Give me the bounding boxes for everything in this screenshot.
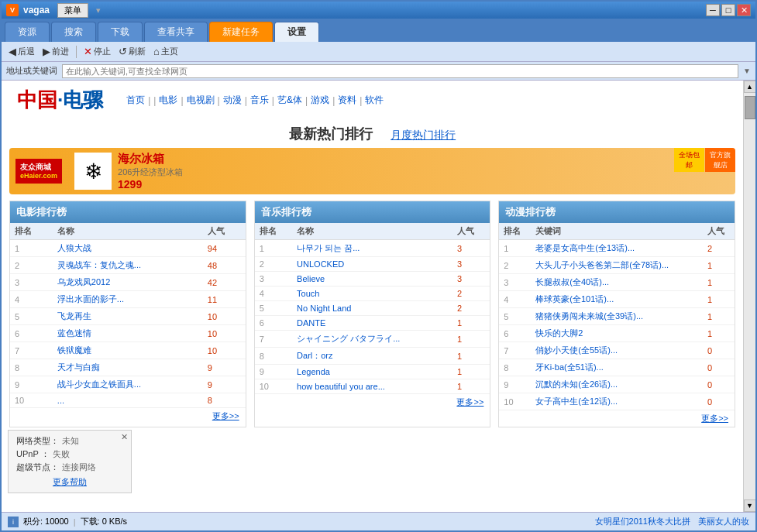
- music-link[interactable]: 나무가 되는 꿈...: [297, 243, 360, 252]
- table-row: 4Touch2: [255, 287, 490, 301]
- table-row: 7俏妙小天使(全55话)...0: [499, 342, 735, 359]
- music-link[interactable]: Touch: [297, 289, 319, 298]
- movie-link[interactable]: ...: [57, 396, 64, 405]
- address-dropdown-icon[interactable]: ▼: [743, 67, 751, 75]
- music-more: 更多>>: [255, 394, 490, 410]
- anime-link[interactable]: 长腿叔叔(全40话)...: [535, 277, 609, 287]
- movie-link[interactable]: 灵魂战车：复仇之魂...: [57, 260, 141, 269]
- app-title: vagaa: [23, 5, 50, 15]
- monthly-ranking-link[interactable]: 月度热门排行: [391, 129, 456, 141]
- music-col-hot: 人气: [452, 223, 490, 240]
- anime-more: 更多>>: [499, 410, 735, 427]
- browser-toolbar: ◀ 后退 ▶ 前进 ✕ 停止 ↺ 刷新 ⌂ 主页: [2, 42, 755, 62]
- movie-more-link[interactable]: 更多>>: [212, 411, 239, 420]
- nav-home[interactable]: 首页: [126, 94, 145, 107]
- anime-link[interactable]: 俏妙小天使(全55话)...: [535, 345, 618, 355]
- table-row: 10...8: [10, 393, 246, 408]
- music-link[interactable]: シャイニング バタフライ...: [297, 334, 400, 343]
- status-left: i 积分: 10000 | 下载: 0 KB/s: [8, 516, 127, 527]
- stop-button[interactable]: ✕ 停止: [81, 45, 113, 58]
- close-button[interactable]: ✕: [737, 4, 751, 16]
- movie-ranking-table: 排名 名称 人气 1人狼大战94 2灵魂战车：复仇之魂...48 3乌龙戏凤20…: [10, 223, 246, 408]
- banner-logo: 友众商城 eHaier.com: [15, 159, 62, 184]
- forward-button[interactable]: ▶ 前进: [40, 45, 71, 58]
- scrollbar-right[interactable]: ▲ ▼: [743, 81, 755, 512]
- nav-games[interactable]: 游戏: [311, 94, 329, 107]
- banner-product-name: 海尔冰箱: [118, 152, 183, 166]
- music-link[interactable]: how beautiful you are...: [297, 382, 385, 391]
- anime-link[interactable]: 女子高中生(全12话)...: [535, 396, 618, 406]
- scroll-up-arrow[interactable]: ▲: [744, 81, 756, 93]
- back-button[interactable]: ◀ 后退: [6, 45, 37, 58]
- movie-col-name: 名称: [53, 223, 203, 240]
- nav-art[interactable]: 艺&体: [277, 94, 302, 107]
- table-row: 7シャイニング バタフライ...1: [255, 331, 490, 348]
- music-link[interactable]: No Night Land: [297, 304, 351, 313]
- panel-close-button[interactable]: ✕: [121, 432, 128, 442]
- site-header: 中国 ·电骡 首页 | | 电影 | 电视剧 | 动漫 | 音乐 | 艺&体 |: [2, 81, 743, 120]
- movie-link[interactable]: 战斗少女血之铁面具...: [57, 379, 141, 389]
- movie-link[interactable]: 蓝色迷情: [57, 328, 91, 338]
- anime-link[interactable]: 大头儿子小头爸爸第二部(全78话)...: [535, 260, 669, 269]
- nav-music[interactable]: 音乐: [250, 94, 269, 107]
- table-row: 9Legenda1: [255, 365, 490, 379]
- anime-link[interactable]: 快乐的大脚2: [535, 328, 583, 338]
- music-link[interactable]: Believe: [297, 274, 325, 283]
- help-link[interactable]: 更多帮助: [16, 476, 123, 488]
- table-row: 8Darl：orz1: [255, 348, 490, 365]
- anime-link[interactable]: 牙Ki-ba(全51话)...: [535, 362, 603, 372]
- table-row: 2大头儿子小头爸爸第二部(全78话)...1: [499, 257, 735, 274]
- network-type-label: 网络类型：: [16, 435, 59, 447]
- table-row: 3Believe3: [255, 272, 490, 287]
- banner-area: 友众商城 eHaier.com ❄ 海尔冰箱 206升经济型冰箱 1299 官方…: [9, 148, 735, 194]
- table-row: 7铁狱魔难10: [10, 342, 246, 359]
- anime-link[interactable]: 沉默的未知(全26话)...: [535, 379, 618, 389]
- movie-link[interactable]: 乌龙戏凤2012: [57, 277, 110, 287]
- status-middle-link[interactable]: 女明星们2011秋冬大比拼: [595, 516, 690, 527]
- movie-link[interactable]: 人狼大战: [57, 243, 91, 252]
- nav-data[interactable]: 资料: [338, 94, 356, 107]
- anime-more-link[interactable]: 更多>>: [701, 414, 728, 423]
- nav-software[interactable]: 软件: [365, 94, 384, 107]
- music-link[interactable]: Darl：orz: [297, 351, 332, 360]
- scroll-thumb[interactable]: [745, 96, 755, 119]
- movie-link[interactable]: 铁狱魔难: [57, 345, 91, 355]
- maximize-button[interactable]: □: [721, 4, 735, 16]
- title-bar: V vagaa 菜单 ▾ ─ □ ✕: [2, 2, 755, 19]
- tab-shared[interactable]: 查看共享: [144, 22, 208, 42]
- nav-movie[interactable]: 电影: [159, 94, 177, 107]
- nav-anime[interactable]: 动漫: [223, 94, 242, 107]
- movie-col-rank: 排名: [10, 223, 53, 240]
- tab-download[interactable]: 下载: [98, 22, 143, 42]
- music-link[interactable]: DANTE: [297, 318, 325, 328]
- anime-link[interactable]: 老婆是女高中生(全13话)...: [535, 243, 635, 252]
- anime-link[interactable]: 棒球英豪(全101话)...: [535, 294, 614, 304]
- upnp-label: UPnP ：: [16, 448, 50, 460]
- back-label: 后退: [18, 46, 35, 57]
- movie-link[interactable]: 浮出水面的影子...: [57, 294, 124, 304]
- address-input[interactable]: [62, 64, 738, 78]
- music-link[interactable]: UNLOCKED: [297, 259, 344, 269]
- menu-button[interactable]: 菜单: [57, 3, 88, 18]
- anime-link[interactable]: 猪猪侠勇闯未来城(全39话)...: [535, 311, 643, 321]
- banner-badge: 官方旗 舰店: [705, 148, 735, 172]
- home-button[interactable]: ⌂ 主页: [151, 45, 181, 58]
- table-row: 10女子高中生(全12话)...0: [499, 393, 735, 410]
- movie-link[interactable]: 天才与白痴: [57, 362, 100, 372]
- refresh-button[interactable]: ↺ 刷新: [116, 45, 148, 58]
- scroll-track[interactable]: [744, 93, 755, 499]
- music-link[interactable]: Legenda: [297, 367, 330, 376]
- movie-link[interactable]: 飞龙再生: [57, 311, 91, 321]
- tab-settings[interactable]: 设置: [274, 22, 319, 42]
- minimize-button[interactable]: ─: [706, 4, 720, 16]
- nav-tv[interactable]: 电视剧: [187, 94, 215, 107]
- tab-search[interactable]: 搜索: [51, 22, 96, 42]
- address-label: 地址或关键词: [6, 65, 57, 77]
- tab-new-task[interactable]: 新建任务: [209, 22, 273, 42]
- tab-resources[interactable]: 资源: [5, 22, 50, 42]
- music-more-link[interactable]: 更多>>: [456, 397, 483, 407]
- table-row: 2UNLOCKED3: [255, 257, 490, 272]
- status-score: 积分: 10000: [23, 516, 69, 527]
- scroll-down-arrow[interactable]: ▼: [744, 499, 756, 512]
- status-right-link[interactable]: 美丽女人的妆: [698, 516, 749, 527]
